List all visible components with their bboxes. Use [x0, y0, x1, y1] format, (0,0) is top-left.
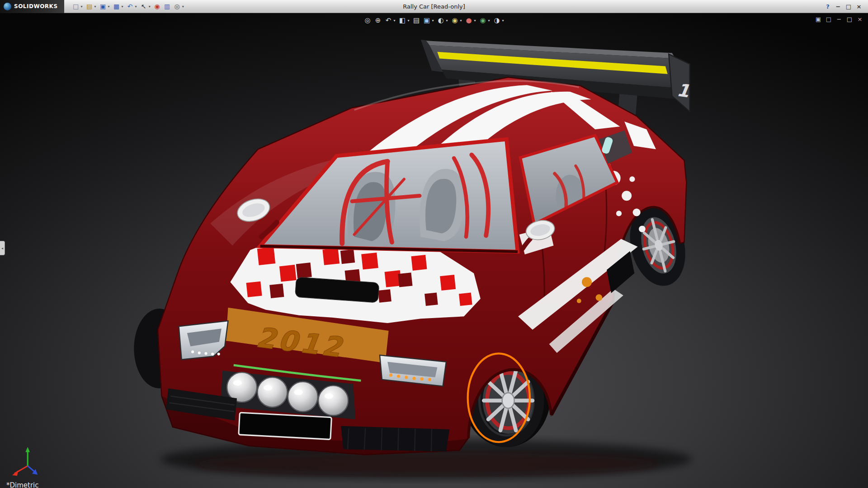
new-document-icon[interactable]: □ [71, 2, 80, 11]
annotation-view-icon[interactable]: ▤ [411, 16, 421, 25]
view-settings-dropdown[interactable]: ▾ [502, 19, 504, 23]
print-dropdown[interactable]: ▾ [122, 5, 123, 9]
view-orientation-dropdown[interactable]: ▾ [432, 19, 434, 23]
solidworks-logo: SOLIDWORKS [0, 0, 64, 13]
edit-appearance-icon[interactable]: ● [464, 16, 474, 25]
scene-3d[interactable]: 1 [0, 13, 868, 488]
doc-minimize-icon[interactable]: − [835, 15, 843, 23]
options-icon[interactable]: ◎ [173, 2, 182, 11]
section-view-dropdown[interactable]: ▾ [407, 19, 409, 23]
graphics-viewport[interactable]: 1 [0, 13, 868, 488]
view-orientation-icon[interactable]: ▣ [422, 16, 431, 25]
doc-window-b-icon[interactable]: □ [825, 15, 832, 23]
save-icon[interactable]: ▣ [99, 2, 108, 11]
titlebar: SOLIDWORKS □▾▤▾▣▾▦▾↶▾↖▾◉▥◎▾ Rally Car [R… [0, 0, 868, 13]
display-style-dropdown[interactable]: ▾ [446, 19, 448, 23]
display-style-icon[interactable]: ◐ [436, 16, 445, 25]
file-properties-icon[interactable]: ▥ [163, 2, 172, 11]
dassault-3ds-logo-icon [4, 3, 11, 10]
window-title: Rally Car [Read-only] [403, 3, 465, 10]
heads-up-view-toolbar: ◎⊕↶▾◧▾▤▣▾◐▾◉▾●▾◉▾◑▾ [360, 15, 508, 26]
save-dropdown[interactable]: ▾ [108, 5, 110, 9]
doc-window-a-icon[interactable]: ▣ [815, 15, 822, 23]
rebuild-icon[interactable]: ◉ [153, 2, 162, 11]
apply-scene-icon[interactable]: ◉ [478, 16, 488, 25]
zoom-to-fit-icon[interactable]: ◎ [363, 16, 372, 25]
apply-scene-dropdown[interactable]: ▾ [488, 19, 490, 23]
hide-show-items-icon[interactable]: ◉ [450, 16, 460, 25]
edit-appearance-dropdown[interactable]: ▾ [474, 19, 476, 23]
select-dropdown[interactable]: ▾ [149, 5, 151, 9]
open-document-dropdown[interactable]: ▾ [94, 5, 96, 9]
view-settings-icon[interactable]: ◑ [492, 16, 502, 25]
print-icon[interactable]: ▦ [112, 2, 121, 11]
select-icon[interactable]: ↖ [139, 2, 148, 11]
close-icon[interactable]: × [855, 3, 863, 10]
grille-center [341, 426, 449, 451]
open-document-icon[interactable]: ▤ [85, 2, 94, 11]
minimize-icon[interactable]: − [835, 3, 842, 10]
new-document-dropdown[interactable]: ▾ [81, 5, 83, 9]
ground-reflection [194, 453, 659, 475]
maximize-icon[interactable]: □ [845, 3, 852, 10]
undo-dropdown[interactable]: ▾ [135, 5, 137, 9]
section-view-icon[interactable]: ◧ [397, 16, 407, 25]
undo-icon[interactable]: ↶ [126, 2, 135, 11]
doc-restore-icon[interactable]: □ [846, 15, 853, 23]
doc-close-icon[interactable]: × [856, 15, 863, 23]
view-orientation-label: *Dimetric [6, 481, 39, 488]
panel-collapse-tab[interactable]: ◂ [0, 241, 5, 255]
help-icon[interactable]: ? [824, 3, 831, 10]
main-toolbar: □▾▤▾▣▾▦▾↶▾↖▾◉▥◎▾ [64, 2, 185, 11]
hide-show-items-dropdown[interactable]: ▾ [460, 19, 462, 23]
document-window-controls: ▣□−□× [815, 15, 863, 23]
previous-view-dropdown[interactable]: ▾ [393, 19, 395, 23]
previous-view-icon[interactable]: ↶ [383, 16, 393, 25]
license-plate[interactable] [239, 413, 332, 440]
window-controls: ?−□× [824, 3, 868, 10]
brand-name: SOLIDWORKS [14, 3, 58, 9]
zoom-to-area-icon[interactable]: ⊕ [373, 16, 382, 25]
options-dropdown[interactable]: ▾ [182, 5, 184, 9]
